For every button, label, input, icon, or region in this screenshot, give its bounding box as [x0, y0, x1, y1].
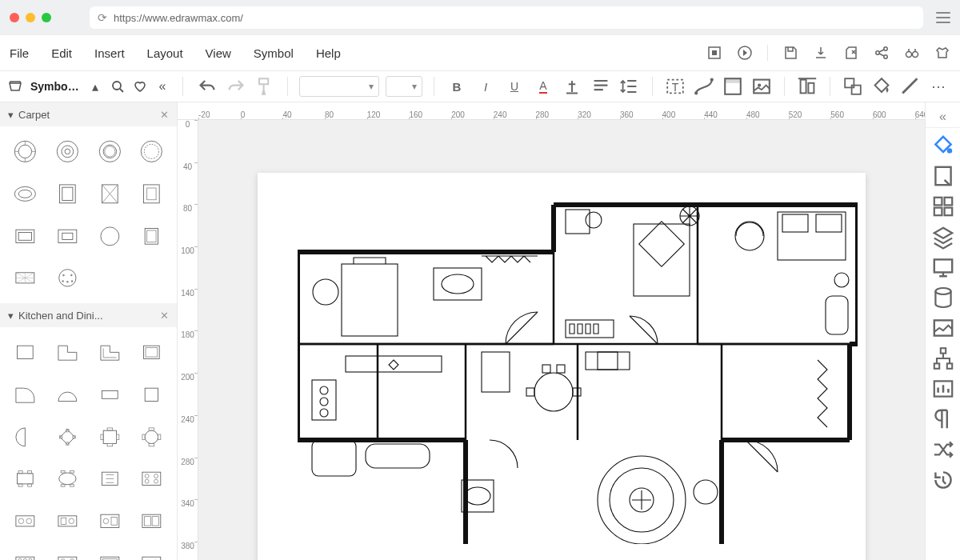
drawing-page[interactable]: [258, 173, 866, 560]
stencil-carpet-13[interactable]: [6, 259, 44, 297]
page-settings-icon[interactable]: [930, 163, 956, 189]
stencil-carpet-6[interactable]: [49, 175, 86, 213]
shirt-icon[interactable]: [934, 45, 950, 61]
binoculars-icon[interactable]: [904, 45, 920, 61]
font-color-icon[interactable]: A: [532, 75, 554, 98]
picture-icon[interactable]: [930, 315, 956, 341]
minimize-window-button[interactable]: [26, 13, 35, 22]
stencil-carpet-8[interactable]: [133, 175, 170, 213]
menu-layout[interactable]: Layout: [147, 46, 183, 60]
stencil-kitchen-19[interactable]: [91, 502, 129, 540]
address-bar[interactable]: ⟳ https://www.edrawmax.com/: [90, 6, 923, 29]
canvas-viewport[interactable]: [198, 120, 925, 560]
menu-symbol[interactable]: Symbol: [254, 46, 294, 60]
stencil-kitchen-18[interactable]: [49, 502, 86, 540]
stencil-kitchen-5[interactable]: [6, 376, 44, 414]
stencil-kitchen-24[interactable]: [133, 545, 170, 560]
maximize-window-button[interactable]: [42, 13, 51, 22]
fill-icon[interactable]: [870, 75, 893, 98]
text-box-icon[interactable]: T: [664, 75, 686, 98]
stencil-kitchen-7[interactable]: [91, 376, 129, 414]
stencil-kitchen-20[interactable]: [133, 502, 170, 540]
menu-view[interactable]: View: [206, 46, 231, 60]
paragraph-icon[interactable]: [930, 406, 956, 432]
stencil-carpet-14[interactable]: [49, 259, 86, 297]
stencil-carpet-5[interactable]: [6, 175, 44, 213]
collapse-right-icon[interactable]: «: [926, 106, 960, 128]
stencil-kitchen-9[interactable]: [6, 418, 44, 456]
more-icon[interactable]: ⋯: [928, 75, 950, 98]
fill-panel-icon[interactable]: [930, 133, 956, 158]
stencil-kitchen-14[interactable]: [49, 460, 86, 498]
redo-icon[interactable]: [225, 75, 247, 98]
browser-menu-icon[interactable]: [936, 12, 950, 23]
chevron-left-double-icon[interactable]: «: [155, 79, 170, 94]
save-icon[interactable]: [782, 45, 798, 61]
stencil-carpet-7[interactable]: [91, 175, 129, 213]
bold-icon[interactable]: B: [446, 75, 468, 98]
layers-icon[interactable]: [930, 224, 956, 250]
stencil-kitchen-13[interactable]: [6, 460, 44, 498]
menu-edit[interactable]: Edit: [51, 46, 72, 60]
menu-help[interactable]: Help: [316, 46, 341, 60]
stencil-carpet-4[interactable]: [133, 133, 170, 170]
stencil-carpet-2[interactable]: [49, 133, 86, 170]
search-icon[interactable]: [110, 79, 125, 94]
export-icon[interactable]: [843, 45, 859, 61]
underline-icon[interactable]: U: [503, 75, 526, 98]
stencil-kitchen-3[interactable]: [91, 334, 129, 371]
stencil-kitchen-2[interactable]: [49, 334, 86, 371]
line-spacing-icon[interactable]: [618, 75, 641, 98]
stencil-kitchen-6[interactable]: [49, 376, 86, 414]
stencil-kitchen-23[interactable]: [91, 545, 129, 560]
menu-file[interactable]: File: [10, 46, 29, 60]
menu-insert[interactable]: Insert: [94, 46, 125, 60]
stencil-carpet-9[interactable]: [6, 218, 44, 255]
image-icon[interactable]: [750, 75, 773, 98]
stencil-carpet-11[interactable]: [91, 218, 129, 255]
stencil-carpet-10[interactable]: [49, 218, 86, 255]
symbol-button-label[interactable]: Symbol...: [30, 80, 80, 93]
close-category-icon[interactable]: ✕: [160, 109, 169, 121]
presentation-icon[interactable]: [930, 254, 956, 280]
font-family-select[interactable]: ▾: [299, 76, 379, 97]
share-icon[interactable]: [874, 45, 890, 61]
stencil-carpet-12[interactable]: [133, 218, 170, 255]
ungroup-icon[interactable]: [842, 75, 864, 98]
category-kitchen-header[interactable]: ▾ Kitchen and Dini... ✕: [0, 303, 177, 327]
stencil-kitchen-11[interactable]: [91, 418, 129, 456]
floor-plan-drawing[interactable]: [298, 200, 858, 544]
align-icon[interactable]: [590, 75, 612, 98]
container-icon[interactable]: [722, 75, 744, 98]
stencil-kitchen-4[interactable]: [133, 334, 170, 371]
close-category-icon[interactable]: ✕: [160, 310, 169, 322]
shuffle-icon[interactable]: [930, 437, 956, 462]
stencil-kitchen-1[interactable]: [6, 334, 44, 371]
collapse-up-icon[interactable]: ▴: [88, 79, 102, 94]
font-size-select[interactable]: ▾: [386, 76, 422, 97]
stencil-kitchen-10[interactable]: [49, 418, 86, 456]
alignment-tools-icon[interactable]: [796, 75, 818, 98]
library-icon[interactable]: [8, 79, 22, 94]
connector-icon[interactable]: [693, 75, 715, 98]
stencil-carpet-3[interactable]: [91, 133, 129, 170]
stencil-kitchen-12[interactable]: [133, 418, 170, 456]
stencil-kitchen-17[interactable]: [6, 502, 44, 540]
line-style-icon[interactable]: [899, 75, 922, 98]
heart-icon[interactable]: [133, 79, 147, 94]
stencil-kitchen-21[interactable]: [6, 545, 44, 560]
text-case-icon[interactable]: [561, 75, 583, 98]
grid-panel-icon[interactable]: [930, 194, 956, 219]
stencil-kitchen-15[interactable]: [91, 460, 129, 498]
stencil-carpet-1[interactable]: [6, 133, 44, 170]
stencil-kitchen-8[interactable]: [133, 376, 170, 414]
category-carpet-header[interactable]: ▾ Carpet ✕: [0, 102, 177, 126]
history-icon[interactable]: [930, 467, 956, 493]
play-icon[interactable]: [737, 45, 753, 61]
download-icon[interactable]: [813, 45, 829, 61]
refresh-icon[interactable]: ⟳: [98, 11, 107, 24]
close-window-button[interactable]: [10, 13, 19, 22]
data-icon[interactable]: [930, 285, 956, 310]
format-painter-icon[interactable]: [254, 75, 276, 98]
chart-icon[interactable]: [930, 376, 956, 402]
